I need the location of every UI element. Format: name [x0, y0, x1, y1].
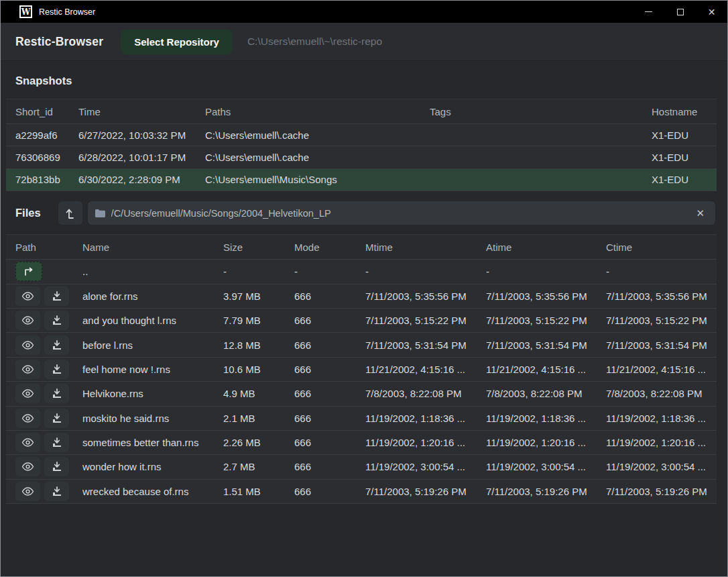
download-file-button[interactable] — [44, 457, 69, 476]
file-row: wonder how it.rns 2.7 MB 666 11/19/2002,… — [6, 455, 717, 479]
file-ctime: 11/19/2002, 1:18:36 ... — [606, 413, 713, 424]
preview-file-button[interactable] — [15, 433, 40, 452]
snapshot-time: 6/27/2022, 10:03:32 PM — [78, 129, 205, 141]
download-file-button[interactable] — [44, 286, 69, 306]
files-heading: Files — [1, 207, 41, 219]
file-size: 2.26 MB — [223, 437, 294, 448]
snapshot-hostname: X1-EDU — [652, 152, 713, 163]
snapshot-time: 6/30/2022, 2:28:09 PM — [78, 174, 205, 185]
download-file-button[interactable] — [44, 409, 69, 428]
eye-icon — [21, 414, 34, 423]
snapshots-heading: Snapshots — [1, 61, 727, 99]
download-file-button[interactable] — [44, 433, 69, 452]
eye-icon — [21, 316, 34, 325]
file-mode: 666 — [294, 291, 365, 302]
go-parent-button[interactable] — [15, 262, 42, 281]
repository-path: C:\Users\emuell\~\restic-repo — [247, 36, 382, 48]
file-size: 10.6 MB — [223, 364, 294, 375]
column-path: Path — [15, 242, 82, 253]
snapshot-row[interactable]: 76306869 6/28/2022, 10:01:17 PM C:\Users… — [6, 146, 717, 168]
file-name: before l.rns — [82, 339, 223, 351]
snapshots-table-body: a2299af6 6/27/2022, 10:03:32 PM C:\Users… — [6, 124, 717, 191]
snapshot-paths: C:\Users\emuell\Music\Songs — [205, 174, 430, 185]
column-name: Name — [82, 242, 223, 253]
files-table-body: alone for.rns 3.97 MB 666 7/11/2003, 5:3… — [6, 284, 717, 505]
file-ctime: 7/11/2003, 5:35:56 PM — [606, 291, 713, 302]
preview-file-button[interactable] — [15, 286, 40, 306]
preview-file-button[interactable] — [15, 384, 40, 403]
snapshot-short-id: 76306869 — [15, 152, 78, 163]
minimize-button[interactable] — [633, 1, 664, 23]
file-atime: 11/19/2002, 3:00:54 ... — [486, 461, 606, 472]
download-icon — [52, 462, 62, 472]
download-icon — [52, 437, 62, 448]
download-file-button[interactable] — [44, 311, 69, 330]
file-size: 1.51 MB — [223, 486, 294, 497]
file-atime: 11/21/2002, 4:15:16 ... — [486, 364, 606, 375]
preview-file-button[interactable] — [15, 335, 40, 355]
files-bar: Files /C/Users/emuell/Music/Songs/2004_H… — [1, 199, 715, 227]
download-icon — [52, 413, 62, 423]
preview-file-button[interactable] — [15, 409, 40, 428]
file-name: wrecked because of.rns — [82, 486, 223, 497]
preview-file-button[interactable] — [15, 311, 40, 330]
window-controls: ✕ — [633, 1, 727, 23]
parent-dir-atime: - — [486, 266, 606, 277]
snapshots-table: Short_id Time Paths Tags Hostname a2299a… — [6, 99, 717, 191]
file-atime: 11/19/2002, 1:18:36 ... — [486, 413, 606, 424]
file-mode: 666 — [294, 461, 365, 472]
file-mode: 666 — [294, 388, 365, 399]
select-repository-button[interactable]: Select Repository — [121, 30, 233, 54]
parent-dir-mtime: - — [365, 266, 486, 277]
file-path-input[interactable]: /C/Users/emuell/Music/Songs/2004_Helveti… — [88, 201, 715, 225]
file-atime: 7/8/2003, 8:22:08 PM — [486, 388, 606, 399]
download-icon — [52, 315, 62, 325]
file-ctime: 7/11/2003, 5:19:26 PM — [606, 486, 713, 497]
preview-file-button[interactable] — [15, 457, 40, 476]
eye-icon — [21, 462, 34, 471]
file-mtime: 11/21/2002, 4:15:16 ... — [365, 364, 486, 375]
download-file-button[interactable] — [44, 384, 69, 403]
files-table-header: Path Name Size Mode Mtime Atime Ctime — [6, 234, 717, 260]
download-file-button[interactable] — [44, 335, 69, 355]
file-atime: 7/11/2003, 5:35:56 PM — [486, 291, 606, 302]
minimize-icon — [645, 11, 652, 12]
file-name: feel home now !.rns — [82, 364, 223, 375]
window-title: Restic Browser — [39, 7, 95, 17]
file-row: before l.rns 12.8 MB 666 7/11/2003, 5:31… — [6, 333, 717, 357]
snapshot-row[interactable]: a2299af6 6/27/2022, 10:03:32 PM C:\Users… — [6, 124, 717, 146]
eye-icon — [21, 389, 34, 398]
parent-dir-ctime: - — [606, 266, 713, 277]
file-mode: 666 — [294, 364, 365, 375]
file-row: and you thought l.rns 7.79 MB 666 7/11/2… — [6, 309, 717, 333]
snapshot-short-id: 72b813bb — [15, 174, 78, 185]
column-short-id: Short_id — [15, 106, 78, 117]
column-hostname: Hostname — [652, 106, 713, 117]
parent-dir-name: .. — [82, 266, 223, 277]
file-atime: 7/11/2003, 5:31:54 PM — [486, 339, 606, 351]
file-atime: 11/19/2002, 1:20:16 ... — [486, 437, 606, 448]
eye-icon — [21, 292, 34, 301]
column-paths: Paths — [205, 106, 430, 117]
level-up-button[interactable] — [58, 201, 82, 225]
download-file-button[interactable] — [44, 360, 69, 379]
preview-file-button[interactable] — [15, 360, 40, 379]
file-row: feel home now !.rns 10.6 MB 666 11/21/20… — [6, 358, 717, 382]
close-button[interactable]: ✕ — [696, 1, 727, 23]
download-icon — [52, 388, 62, 399]
file-mtime: 7/11/2003, 5:19:26 PM — [365, 486, 486, 497]
snapshot-short-id: a2299af6 — [15, 129, 78, 141]
preview-file-button[interactable] — [15, 482, 40, 501]
column-mode: Mode — [294, 242, 365, 253]
column-ctime: Ctime — [606, 242, 713, 253]
file-atime: 7/11/2003, 5:19:26 PM — [486, 486, 606, 497]
snapshot-row[interactable]: 72b813bb 6/30/2022, 2:28:09 PM C:\Users\… — [6, 169, 717, 191]
titlebar: W Restic Browser ✕ — [1, 1, 727, 23]
file-name: Helvikone.rns — [82, 388, 223, 399]
file-ctime: 7/11/2003, 5:31:54 PM — [606, 339, 713, 351]
file-ctime: 7/8/2003, 8:22:08 PM — [606, 388, 713, 399]
download-file-button[interactable] — [44, 482, 69, 501]
file-name: sometimes better than.rns — [82, 437, 223, 448]
maximize-button[interactable] — [664, 1, 696, 23]
clear-path-button[interactable]: ✕ — [692, 206, 709, 221]
